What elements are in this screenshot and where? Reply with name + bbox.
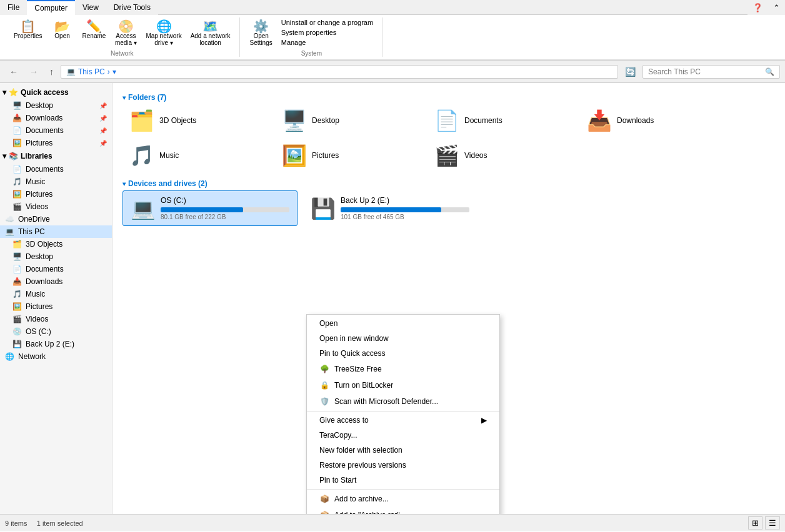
sidebar-item-music-pc[interactable]: 🎵 Music [0,288,112,300]
sidebar-item-documents-qa[interactable]: 📄 Documents 📌 [0,124,112,137]
sidebar-item-videos-pc[interactable]: 🎬 Videos [0,313,112,325]
documents-pc-icon: 📄 [12,265,22,273]
folder-downloads[interactable]: 📥 Downloads [580,104,730,137]
ctx-sep1 [307,411,499,411]
sidebar-item-network[interactable]: 🌐 Network [0,350,112,363]
drives-arrow: ▾ [122,180,126,187]
folder-desktop[interactable]: 🖥️ Desktop [275,104,425,137]
help-button[interactable]: ❓ [748,0,768,15]
folder-desktop-icon: 🖥️ [282,109,307,132]
up-button[interactable]: ↑ [45,64,58,79]
libraries-icon: 📚 [9,152,18,160]
tab-computer[interactable]: Computer [27,0,75,15]
ribbon-content: 📋 Properties 📂 Open ✏️ Rename 📀 Access m… [0,15,785,60]
folder-documents-icon: 📄 [434,109,459,132]
sidebar-item-backup[interactable]: 💾 Back Up 2 (E:) [0,338,112,350]
sidebar-item-this-pc[interactable]: 💻 This PC [0,225,112,238]
sidebar-group-libraries[interactable]: ▾ 📚 Libraries [0,149,112,163]
ctx-treesize[interactable]: 🌳 TreeSize Free [307,361,499,377]
ctx-restore-versions-label: Restore previous versions [319,461,406,470]
open-settings-button[interactable]: ⚙️ Open Settings [246,17,276,49]
drive-backup-bar-bg [341,207,469,212]
sidebar-item-music-lib[interactable]: 🎵 Music [0,175,112,188]
map-network-label: Map network drive ▾ [146,32,181,46]
ctx-open[interactable]: Open [307,316,499,331]
ctx-restore-versions[interactable]: Restore previous versions [307,458,499,473]
folder-3dobjects[interactable]: 🗂️ 3D Objects [122,104,272,137]
ctx-give-access[interactable]: Give access to ▶ [307,413,499,428]
drive-backup[interactable]: 💾 Back Up 2 (E:) 101 GB free of 465 GB [302,190,478,226]
desktop-qa-label: Desktop [26,101,53,110]
folders-section-header[interactable]: ▾ Folders (7) [122,93,775,102]
sidebar-item-desktop-qa[interactable]: 🖥️ Desktop 📌 [0,99,112,112]
search-icon: 🔍 [765,67,774,76]
sidebar-group-quick-access[interactable]: ▾ ⭐ Quick access [0,86,112,99]
ctx-defender[interactable]: 🛡️ Scan with Microsoft Defender... [307,393,499,410]
ctx-add-archive-rar-label: Add to "Archive.rar" [334,511,400,514]
onedrive-icon: ☁️ [5,215,14,224]
folder-videos[interactable]: 🎬 Videos [428,139,578,172]
folder-documents[interactable]: 📄 Documents [428,104,578,137]
sidebar-item-desktop-pc[interactable]: 🖥️ Desktop [0,250,112,263]
this-pc-icon: 💻 [5,227,14,236]
drives-section-header[interactable]: ▾ Devices and drives (2) [122,179,775,188]
ctx-open-new-window[interactable]: Open in new window [307,331,499,346]
ribbon-system-buttons: ⚙️ Open Settings Uninstall or change a p… [246,17,378,49]
documents-qa-label: Documents [26,126,64,135]
minimize-ribbon-button[interactable]: ⌃ [768,0,785,15]
drives-grid: 💻 OS (C:) 80.1 GB free of 222 GB 💾 Back … [122,190,775,226]
sidebar-item-3dobjects[interactable]: 🗂️ 3D Objects [0,238,112,250]
onedrive-label: OneDrive [18,215,50,224]
address-dropdown[interactable]: ▾ [112,67,116,76]
address-box[interactable]: 💻 This PC › ▾ [61,65,618,79]
ctx-add-archive-rar[interactable]: 📦 Add to "Archive.rar" [307,507,499,514]
uninstall-button[interactable]: Uninstall or change a program [278,17,377,27]
properties-label: Properties [14,32,42,39]
folder-pictures[interactable]: 🖼️ Pictures [275,139,425,172]
rename-button[interactable]: ✏️ Rename [79,17,110,42]
view-icons-button[interactable]: ⊞ [748,516,762,530]
map-network-drive-button[interactable]: 🌐 Map network drive ▾ [142,17,185,49]
forward-button[interactable]: → [25,64,42,79]
ctx-add-archive[interactable]: 📦 Add to archive... [307,491,499,507]
rename-label: Rename [82,32,106,39]
sidebar-item-pictures-pc[interactable]: 🖼️ Pictures [0,300,112,313]
sidebar-item-documents-lib[interactable]: 📄 Documents [0,163,112,175]
sidebar-item-osc[interactable]: 💿 OS (C:) [0,325,112,338]
ribbon: File Computer View Drive Tools ❓ ⌃ 📋 Pro… [0,0,785,61]
backup-icon: 💾 [12,340,22,348]
ctx-bitlocker[interactable]: 🔒 Turn on BitLocker [307,377,499,393]
desktop-pc-label: Desktop [26,252,53,261]
tab-file[interactable]: File [0,0,27,15]
folder-pictures-icon: 🖼️ [282,144,307,167]
ctx-new-folder[interactable]: New folder with selection [307,443,499,458]
downloads-qa-icon: 📥 [12,114,22,122]
search-input[interactable] [648,67,765,76]
access-media-button[interactable]: 📀 Access media ▾ [111,17,141,49]
music-lib-icon: 🎵 [12,177,22,186]
ctx-pin-start[interactable]: Pin to Start [307,473,499,488]
pictures-pc-icon: 🖼️ [12,302,22,311]
folder-pictures-name: Pictures [312,151,339,160]
ctx-pin-quick-access[interactable]: Pin to Quick access [307,346,499,361]
sidebar-item-onedrive[interactable]: ☁️ OneDrive [0,213,112,225]
tab-drive-tools[interactable]: Drive Tools [106,0,158,15]
sidebar-item-pictures-lib[interactable]: 🖼️ Pictures [0,188,112,200]
sidebar-item-downloads-pc[interactable]: 📥 Downloads [0,275,112,288]
manage-button[interactable]: Manage [278,37,377,47]
refresh-button[interactable]: 🔄 [621,64,640,79]
sidebar-item-videos-lib[interactable]: 🎬 Videos [0,200,112,213]
sidebar-item-pictures-qa[interactable]: 🖼️ Pictures 📌 [0,137,112,149]
view-list-button[interactable]: ☰ [765,516,780,530]
properties-button[interactable]: 📋 Properties [10,17,46,42]
back-button[interactable]: ← [5,64,22,79]
sidebar-item-documents-pc[interactable]: 📄 Documents [0,263,112,275]
add-network-location-button[interactable]: 🗺️ Add a network location [187,17,234,49]
drive-osc[interactable]: 💻 OS (C:) 80.1 GB free of 222 GB [122,190,298,226]
sidebar-item-downloads-qa[interactable]: 📥 Downloads 📌 [0,112,112,124]
ctx-teracopy[interactable]: TeraCopy... [307,428,499,443]
system-properties-button[interactable]: System properties [278,27,377,37]
open-button[interactable]: 📂 Open [48,17,78,42]
folder-music[interactable]: 🎵 Music [122,139,272,172]
tab-view[interactable]: View [75,0,106,15]
